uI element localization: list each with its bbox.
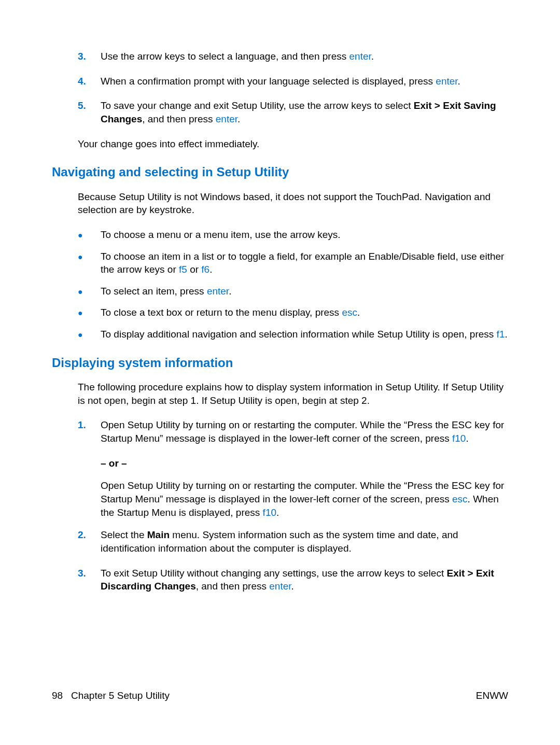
key-f1: f1	[497, 329, 505, 340]
text: .	[357, 307, 360, 318]
sys-step-1: 1. Open Setup Utility by turning on or r…	[52, 418, 508, 445]
key-f10: f10	[263, 507, 276, 518]
step-body: When a confirmation prompt with your lan…	[101, 75, 508, 88]
chapter-label: Chapter 5 Setup Utility	[71, 690, 170, 701]
text: .	[371, 51, 374, 62]
key-esc: esc	[342, 307, 357, 318]
text: Select the	[101, 529, 147, 540]
step-body: To exit Setup Utility without changing a…	[101, 567, 508, 593]
key-f5: f5	[179, 264, 187, 275]
key-enter: enter	[216, 114, 237, 124]
key-esc: esc	[452, 494, 468, 504]
effect-line: Your change goes into effect immediately…	[52, 137, 508, 151]
key-f10: f10	[452, 433, 466, 444]
text: To save your change and exit Setup Utili…	[101, 100, 414, 111]
footer-left: 98 Chapter 5 Setup Utility	[52, 689, 170, 702]
page-footer: 98 Chapter 5 Setup Utility ENWW	[52, 689, 508, 702]
nav-intro: Because Setup Utility is not Windows bas…	[52, 190, 508, 217]
step-body: To save your change and exit Setup Utili…	[101, 99, 508, 125]
sys-step-1-alt: Open Setup Utility by turning on or rest…	[52, 479, 508, 519]
page-number: 98	[52, 690, 63, 701]
step-marker: 3.	[52, 567, 101, 593]
text: When a confirmation prompt with your lan…	[101, 76, 436, 87]
key-enter: enter	[269, 581, 291, 592]
step-marker: 1.	[52, 418, 101, 445]
bullet-icon: ●	[52, 228, 101, 242]
step-3: 3. Use the arrow keys to select a langua…	[52, 50, 508, 63]
footer-right: ENWW	[476, 689, 508, 702]
bullet-icon: ●	[52, 285, 101, 298]
sys-step-2: 2. Select the Main menu. System informat…	[52, 528, 508, 555]
page: 3. Use the arrow keys to select a langua…	[0, 0, 560, 745]
nav-bullet-5: ● To display additional navigation and s…	[52, 328, 508, 341]
text: .	[291, 581, 294, 592]
step-marker: 3.	[52, 50, 101, 63]
text: .	[458, 76, 460, 87]
key-enter: enter	[436, 76, 457, 87]
menu-main: Main	[147, 529, 170, 540]
text: , and then press	[142, 114, 216, 124]
key-enter: enter	[349, 51, 371, 62]
step-body: Use the arrow keys to select a language,…	[101, 50, 508, 63]
nav-bullet-4: ● To close a text box or return to the m…	[52, 306, 508, 319]
step-body: Open Setup Utility by turning on or rest…	[101, 418, 508, 445]
or-separator: – or –	[52, 457, 508, 470]
text: .	[505, 329, 507, 340]
step-5: 5. To save your change and exit Setup Ut…	[52, 99, 508, 125]
content: 3. Use the arrow keys to select a langua…	[52, 50, 508, 593]
text: Open Setup Utility by turning on or rest…	[101, 419, 504, 444]
bullet-body: To display additional navigation and sel…	[101, 328, 508, 341]
heading-navigating: Navigating and selecting in Setup Utilit…	[52, 164, 508, 180]
text: Use the arrow keys to select a language,…	[101, 51, 349, 62]
nav-bullet-2: ● To choose an item in a list or to togg…	[52, 250, 508, 276]
nav-bullet-3: ● To select an item, press enter.	[52, 285, 508, 298]
bullet-icon: ●	[52, 306, 101, 319]
text: To exit Setup Utility without changing a…	[101, 568, 446, 579]
step-body: Select the Main menu. System information…	[101, 528, 508, 555]
step-marker: 2.	[52, 528, 101, 555]
text: .	[229, 286, 231, 297]
text: , and then press	[196, 581, 270, 592]
text: To select an item, press	[101, 286, 207, 297]
or-text: – or –	[101, 458, 127, 469]
key-enter: enter	[207, 286, 229, 297]
sys-step-3: 3. To exit Setup Utility without changin…	[52, 567, 508, 593]
text: .	[466, 433, 468, 444]
bullet-body: To choose an item in a list or to toggle…	[101, 250, 508, 276]
text: To choose an item in a list or to toggle…	[101, 251, 504, 275]
step-marker: 5.	[52, 99, 101, 125]
bullet-body: To choose a menu or a menu item, use the…	[101, 228, 508, 242]
bullet-body: To close a text box or return to the men…	[101, 306, 508, 319]
bullet-icon: ●	[52, 250, 101, 276]
key-f6: f6	[201, 264, 209, 275]
text: .	[276, 507, 279, 518]
text: or	[187, 264, 201, 275]
step-4: 4. When a confirmation prompt with your …	[52, 75, 508, 88]
text: Open Setup Utility by turning on or rest…	[101, 480, 504, 504]
bullet-icon: ●	[52, 328, 101, 341]
text: To display additional navigation and sel…	[101, 329, 497, 340]
sys-intro: The following procedure explains how to …	[52, 381, 508, 407]
text: To close a text box or return to the men…	[101, 307, 342, 318]
nav-bullet-1: ● To choose a menu or a menu item, use t…	[52, 228, 508, 242]
bullet-body: To select an item, press enter.	[101, 285, 508, 298]
heading-sysinfo: Displaying system information	[52, 355, 508, 371]
text: .	[237, 114, 240, 124]
text: .	[209, 264, 212, 275]
step-marker: 4.	[52, 75, 101, 88]
